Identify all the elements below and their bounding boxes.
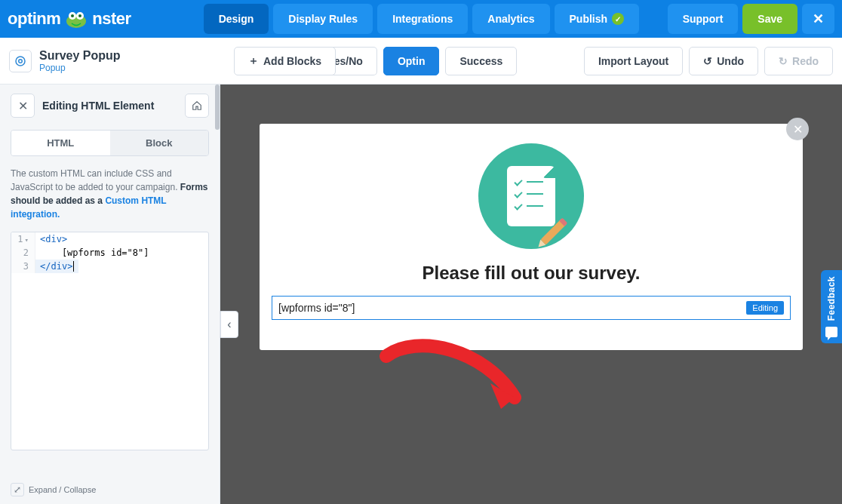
chevron-left-icon: ‹ [227, 318, 231, 331]
undo-icon: ↺ [703, 55, 712, 67]
view-optin-label: Optin [398, 55, 426, 67]
view-success[interactable]: Success [445, 47, 517, 75]
undo-label: Undo [717, 55, 744, 67]
popup-heading[interactable]: Please fill out our survey. [272, 263, 791, 284]
code-l2: [wpforms id="8"] [35, 246, 154, 260]
html-block-content: [wpforms id="8"] [278, 302, 355, 314]
close-icon: ✕ [793, 122, 803, 137]
popup-close-button[interactable]: ✕ [786, 118, 809, 140]
publish-status-icon: ✓ [612, 13, 624, 25]
plus-icon: ＋ [248, 54, 259, 68]
tab-html-label: HTML [47, 137, 74, 149]
redo-icon: ↻ [779, 55, 788, 67]
close-icon: ✕ [18, 99, 28, 113]
brand-text-left: optinm [8, 9, 60, 29]
nav-design-label: Design [219, 13, 254, 25]
mascot-icon [63, 9, 89, 29]
nav-publish-label: Publish [570, 13, 608, 25]
campaign-subtitle: Popup [39, 63, 121, 73]
expand-collapse-toggle[interactable]: ⤢ Expand / Collapse [11, 483, 96, 496]
campaign-type-icon [9, 50, 32, 72]
home-icon [192, 100, 202, 111]
campaign-chip[interactable]: Survey Popup Popup [9, 49, 121, 73]
nav-integrations[interactable]: Integrations [377, 4, 468, 34]
popup-preview[interactable]: ✕ Please fill out our survey. [wpforms i… [260, 124, 803, 350]
tab-html[interactable]: HTML [11, 131, 110, 155]
nav-display-rules[interactable]: Display Rules [273, 4, 373, 34]
home-button[interactable] [185, 94, 209, 118]
feedback-tab[interactable]: Feedback [821, 270, 842, 343]
feedback-label: Feedback [826, 276, 837, 321]
svg-point-5 [16, 57, 25, 66]
preview-canvas: ‹ ✕ Please fill out our survey. [wpforms… [220, 85, 842, 504]
save-button-label: Save [757, 13, 782, 25]
chat-icon [825, 327, 837, 337]
expand-icon: ⤢ [11, 483, 24, 496]
code-l3-tag: div [51, 261, 67, 272]
editing-badge: Editing [746, 301, 784, 315]
sidebar-scrollbar[interactable] [215, 85, 220, 130]
nav-publish[interactable]: Publish ✓ [555, 4, 640, 34]
nav-support-label: Support [683, 13, 724, 25]
nav-integrations-label: Integrations [392, 13, 453, 25]
tab-block-label: Block [146, 137, 172, 149]
code-l1-tag: div [45, 234, 62, 244]
close-icon: ✕ [813, 11, 824, 27]
close-builder-button[interactable]: ✕ [802, 4, 834, 34]
add-blocks-label: Add Blocks [263, 55, 321, 67]
html-code-editor[interactable]: 1<div> 2 [wpforms id="8"] 3</div> [11, 232, 209, 450]
settings-sidebar: ✕ Editing HTML Element HTML Block The cu… [0, 85, 220, 504]
expand-label: Expand / Collapse [29, 485, 96, 494]
campaign-title: Survey Popup [39, 49, 121, 63]
redo-label: Redo [792, 55, 819, 67]
view-optin[interactable]: Optin [383, 47, 440, 75]
help-text: The custom HTML can include CSS and Java… [0, 167, 220, 232]
svg-point-4 [78, 14, 81, 17]
svg-point-6 [19, 59, 23, 63]
builder-toolbar: Survey Popup Popup ＋ Add Blocks Yes/No O… [0, 38, 842, 85]
save-button[interactable]: Save [742, 4, 797, 34]
undo-button[interactable]: ↺ Undo [689, 47, 758, 75]
tab-block[interactable]: Block [110, 131, 209, 155]
top-nav: optinm nster Design Display Rules Integr… [0, 0, 842, 38]
help-line-1: The custom HTML can include CSS and Java… [11, 168, 180, 192]
builder-main: ✕ Editing HTML Element HTML Block The cu… [0, 85, 842, 504]
svg-point-3 [71, 14, 74, 17]
close-panel-button[interactable]: ✕ [11, 94, 35, 118]
view-success-label: Success [459, 55, 502, 67]
html-block-selected[interactable]: [wpforms id="8"] Editing [272, 296, 791, 320]
nav-support[interactable]: Support [668, 4, 739, 34]
panel-title: Editing HTML Element [42, 100, 177, 112]
redo-button[interactable]: ↻ Redo [764, 47, 833, 75]
add-blocks-button[interactable]: ＋ Add Blocks [234, 47, 336, 75]
import-layout-button[interactable]: Import Layout [584, 47, 683, 75]
brand-text-right: nster [92, 9, 131, 29]
survey-illustration-icon [478, 143, 584, 249]
import-layout-label: Import Layout [598, 55, 668, 67]
collapse-sidebar-button[interactable]: ‹ [220, 311, 238, 338]
nav-display-rules-label: Display Rules [288, 13, 358, 25]
brand-logo[interactable]: optinm nster [8, 9, 131, 29]
nav-analytics[interactable]: Analytics [472, 4, 549, 34]
nav-design[interactable]: Design [204, 4, 269, 34]
nav-analytics-label: Analytics [487, 13, 534, 25]
panel-tabs: HTML Block [11, 130, 209, 156]
